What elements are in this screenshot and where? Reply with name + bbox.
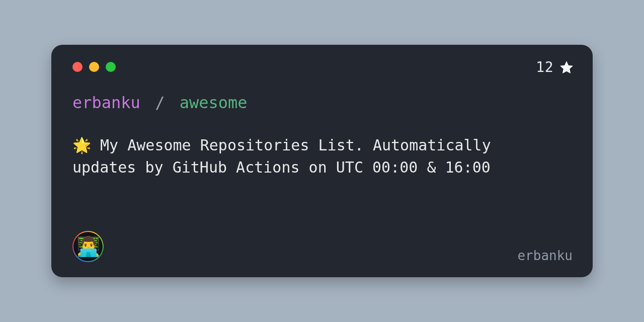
footer-username: erbanku (517, 248, 573, 263)
repo-name[interactable]: awesome (180, 93, 248, 112)
star-counter: 12 (536, 59, 575, 75)
repo-owner[interactable]: erbanku (72, 93, 140, 112)
repo-card: 12 erbanku / awesome 🌟 My Awesome Reposi… (51, 45, 593, 277)
star-count: 12 (536, 59, 553, 75)
avatar[interactable]: 👨‍💻 (72, 231, 104, 262)
repo-description: 🌟 My Awesome Repositories List. Automati… (72, 134, 515, 178)
window-controls (72, 62, 572, 72)
star-icon (558, 59, 575, 75)
avatar-emoji: 👨‍💻 (73, 232, 103, 261)
title-separator: / (155, 93, 165, 112)
fullscreen-icon[interactable] (106, 62, 116, 72)
repo-title: erbanku / awesome (72, 93, 572, 112)
close-icon[interactable] (72, 62, 83, 72)
minimize-icon[interactable] (89, 62, 99, 72)
